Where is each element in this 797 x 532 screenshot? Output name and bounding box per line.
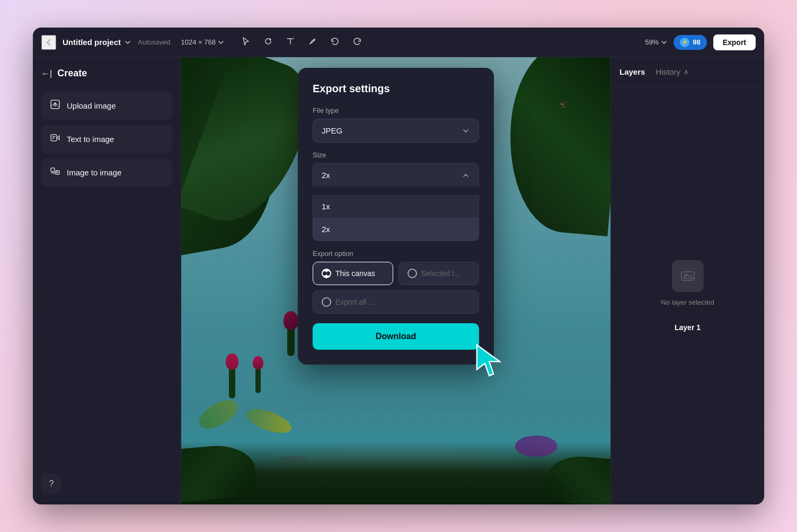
cursor-arrow xyxy=(474,342,511,379)
svg-rect-3 xyxy=(51,168,55,172)
text-to-image-icon xyxy=(50,132,60,146)
no-layer-text: No layer selected xyxy=(661,298,714,306)
credits-icon: ⚡ xyxy=(680,38,689,47)
help-icon: ? xyxy=(49,479,54,489)
sidebar-header: ←| Create xyxy=(41,68,172,79)
canvas-area[interactable]: 🦅 xyxy=(181,57,610,504)
credits-count: 98 xyxy=(693,38,700,46)
zoom-button[interactable]: 59% xyxy=(645,38,667,46)
size-option-2x[interactable]: 2x xyxy=(313,218,479,241)
export-option-row-1: This canvas Selected l... xyxy=(313,262,479,285)
help-button[interactable]: ? xyxy=(41,474,61,494)
sidebar-item-text-to-image[interactable]: Text to image xyxy=(41,125,172,153)
export-settings-modal: Export settings File type JPEG Size 2x xyxy=(298,68,494,365)
export-all-option[interactable]: Export all ... xyxy=(313,290,479,314)
file-type-value: JPEG xyxy=(322,126,342,135)
text-tool-button[interactable] xyxy=(284,34,297,50)
sidebar-bottom: ? xyxy=(41,474,172,494)
pen-tool-button[interactable] xyxy=(306,34,320,50)
export-option-label: Export option xyxy=(313,250,479,258)
image-to-image-icon xyxy=(50,166,60,179)
right-panel-header: Layers History ∧ xyxy=(611,57,764,87)
zoom-label: 59% xyxy=(645,38,659,46)
file-type-select[interactable]: JPEG xyxy=(313,119,479,143)
upload-image-icon xyxy=(50,99,60,112)
app-window: Untitled project Autosaved 1024 × 768 xyxy=(33,28,764,504)
svg-rect-2 xyxy=(51,135,57,141)
svg-rect-7 xyxy=(681,272,694,280)
export-all-label: Export all ... xyxy=(335,298,375,306)
canvas-size-label: 1024 × 768 xyxy=(181,38,215,46)
back-button[interactable] xyxy=(41,35,56,50)
export-button[interactable]: Export xyxy=(713,34,756,50)
size-value: 2x xyxy=(322,171,330,180)
download-button[interactable]: Download xyxy=(313,323,479,350)
select-tool-button[interactable] xyxy=(239,34,253,50)
selected-label: Selected l... xyxy=(421,269,460,278)
layers-tab[interactable]: Layers xyxy=(619,65,645,78)
tool-bar xyxy=(239,34,364,50)
export-all-radio xyxy=(322,297,331,307)
header: Untitled project Autosaved 1024 × 768 xyxy=(33,28,764,57)
file-type-label: File type xyxy=(313,107,479,114)
sidebar: ←| Create Upload image xyxy=(33,57,181,504)
layer-1-label: Layer 1 xyxy=(675,323,701,332)
image-to-image-label: Image to image xyxy=(67,168,121,177)
redo-button[interactable] xyxy=(350,34,364,50)
layer-icon-placeholder xyxy=(672,260,704,292)
this-canvas-radio xyxy=(322,269,331,278)
sidebar-item-upload-image[interactable]: Upload image xyxy=(41,92,172,120)
main-area: ←| Create Upload image xyxy=(33,57,764,504)
modal-overlay: Export settings File type JPEG Size 2x xyxy=(181,57,610,504)
project-name-label: Untitled project xyxy=(63,38,121,47)
header-right: 59% ⚡ 98 Export xyxy=(645,34,756,50)
download-label: Download xyxy=(376,332,416,341)
text-to-image-label: Text to image xyxy=(67,135,114,144)
selected-radio xyxy=(408,269,417,278)
export-options: This canvas Selected l... Export all ... xyxy=(313,262,479,314)
sidebar-title: Create xyxy=(57,68,87,79)
this-canvas-label: This canvas xyxy=(335,269,375,278)
autosaved-label: Autosaved xyxy=(138,38,170,46)
modal-title: Export settings xyxy=(313,83,479,95)
sidebar-item-image-to-image[interactable]: Image to image xyxy=(41,158,172,187)
size-dropdown: 1x 2x xyxy=(313,195,479,241)
canvas-size-button[interactable]: 1024 × 768 xyxy=(176,36,228,48)
sidebar-back-icon: ←| xyxy=(41,69,52,78)
this-canvas-option[interactable]: This canvas xyxy=(313,262,393,285)
right-panel: Layers History ∧ No layer selected Layer… xyxy=(610,57,764,504)
history-chevron: ∧ xyxy=(684,68,689,76)
undo-button[interactable] xyxy=(328,34,342,50)
project-name-button[interactable]: Untitled project xyxy=(63,38,131,47)
credits-button[interactable]: ⚡ 98 xyxy=(674,35,706,50)
upload-image-label: Upload image xyxy=(67,101,116,110)
svg-marker-6 xyxy=(477,345,500,376)
svg-point-5 xyxy=(57,172,58,173)
selected-option[interactable]: Selected l... xyxy=(398,262,479,285)
size-label: Size xyxy=(313,151,479,159)
history-tab-label: History xyxy=(656,65,680,78)
size-option-1x[interactable]: 1x xyxy=(313,195,479,218)
right-panel-body: No layer selected Layer 1 xyxy=(611,87,764,504)
history-tab-container[interactable]: History ∧ xyxy=(656,65,689,78)
rotate-tool-button[interactable] xyxy=(261,34,275,50)
size-select[interactable]: 2x xyxy=(313,163,479,187)
